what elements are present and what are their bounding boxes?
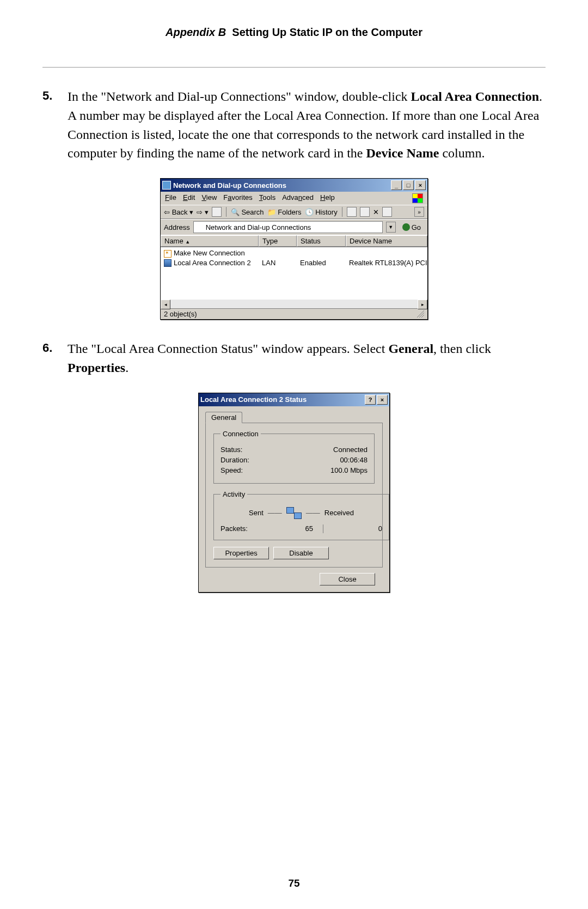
toolbar-overflow[interactable]: » [414,207,424,217]
tab-panel: Connection Status:Connected Duration:00:… [205,423,383,568]
status-label: Status: [220,446,242,454]
page-header: Appendix B Setting Up Static IP on the C… [42,26,546,47]
step-body: The "Local Area Connection Status" windo… [68,339,546,377]
new-connection-icon [164,250,171,258]
address-value: Network and Dial-up Connections [206,223,311,231]
col-device[interactable]: Device Name [346,235,427,247]
page-number: 75 [0,877,588,889]
close-button[interactable]: × [415,180,426,190]
go-button[interactable]: Go [399,222,424,233]
maximize-button[interactable]: □ [403,180,414,190]
address-dropdown[interactable]: ▼ [386,222,396,233]
activity-group: Activity Sent —— —— Received Packets: 65 [213,490,389,540]
step-number: 6. [42,339,68,357]
network-connections-window: Network and Dial-up Connections _ □ × Fi… [160,178,428,320]
window-icon [162,181,171,190]
address-label: Address [164,223,190,231]
minimize-button[interactable]: _ [391,180,402,190]
speed-value: 100.0 Mbps [330,466,367,474]
menu-view[interactable]: View [201,193,217,203]
menubar: File Edit View Favorites Tools Advanced … [161,192,427,205]
connection-group: Connection Status:Connected Duration:00:… [213,430,375,484]
list-item[interactable]: Local Area Connection 2 LAN Enabled Real… [161,258,427,268]
step-body: In the "Network and Dial-up Connections"… [68,87,546,163]
packets-sent-value: 65 [264,524,313,533]
status-text: 2 object(s) [164,310,197,318]
packets-label: Packets: [220,524,264,533]
help-button[interactable]: ? [365,395,376,405]
group-legend: Activity [220,490,247,498]
step-number: 5. [42,87,68,105]
speed-label: Speed: [220,466,243,474]
titlebar: Local Area Connection 2 Status ? × [199,393,389,406]
properties-button[interactable]: Properties [213,547,269,559]
scroll-left-button[interactable]: ◂ [161,300,170,309]
list-header: Name ▲ Type Status Device Name [161,235,427,247]
search-button[interactable]: 🔍 Search [231,208,264,216]
address-icon [196,223,204,231]
list-body: Make New Connection Local Area Connectio… [161,247,427,300]
duration-label: Duration: [220,456,249,464]
col-status[interactable]: Status [297,235,346,247]
sent-label: Sent [249,509,264,517]
resize-grip-icon[interactable] [416,310,424,318]
up-icon[interactable] [212,207,222,217]
statusbar: 2 object(s) [161,308,427,319]
col-type[interactable]: Type [259,235,297,247]
back-button[interactable]: ⇦ Back ▾ [164,208,193,216]
h-scrollbar[interactable]: ◂ ▸ [161,300,427,308]
folders-button[interactable]: 📁 Folders [267,208,302,216]
window-title: Network and Dial-up Connections [173,181,286,190]
tab-general[interactable]: General [205,412,242,423]
copy-to-icon[interactable] [360,207,370,217]
menu-tools[interactable]: Tools [259,193,275,203]
header-title: Setting Up Static IP on the Computer [232,26,422,38]
go-icon [402,223,410,231]
connection-status-window: Local Area Connection 2 Status ? × Gener… [198,393,390,593]
packets-recv-value: 0 [333,524,382,533]
menu-advanced[interactable]: Advanced [282,193,314,203]
step-6: 6. The "Local Area Connection Status" wi… [42,339,546,377]
close-button[interactable]: × [377,395,388,405]
scroll-right-button[interactable]: ▸ [418,300,427,309]
activity-icon [286,507,302,519]
titlebar: Network and Dial-up Connections _ □ × [161,179,427,192]
list-item[interactable]: Make New Connection [161,248,427,258]
appendix-label: Appendix B [166,26,226,38]
undo-icon[interactable] [382,207,392,217]
step-5: 5. In the "Network and Dial-up Connectio… [42,87,546,163]
forward-button[interactable]: ⇨ ▾ [197,208,209,216]
delete-icon[interactable]: ✕ [373,208,379,216]
status-value: Connected [333,446,367,454]
header-rule [42,67,546,68]
close-dialog-button[interactable]: Close [320,573,375,585]
group-legend: Connection [220,430,261,438]
disable-button[interactable]: Disable [273,547,329,559]
menu-file[interactable]: File [165,193,176,203]
history-button[interactable]: 🕓 History [305,208,338,216]
tabstrip: General [205,412,383,423]
toolbar: ⇦ Back ▾ ⇨ ▾ 🔍 Search 📁 Folders 🕓 Histor… [161,205,427,219]
lan-icon [164,259,171,267]
menu-help[interactable]: Help [320,193,335,203]
windows-logo-icon [412,193,423,203]
menu-edit[interactable]: Edit [183,193,195,203]
col-name[interactable]: Name ▲ [161,235,259,247]
address-bar: Address Network and Dial-up Connections … [161,219,427,235]
move-to-icon[interactable] [347,207,357,217]
window-title: Local Area Connection 2 Status [200,395,307,404]
address-field[interactable]: Network and Dial-up Connections [193,221,383,233]
received-label: Received [324,509,354,517]
duration-value: 00:06:48 [340,456,367,464]
menu-favorites[interactable]: Favorites [223,193,252,203]
